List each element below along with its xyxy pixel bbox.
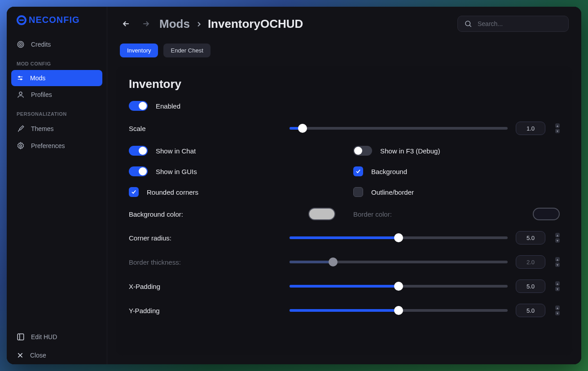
background-label: Background [371, 168, 407, 175]
sidebar-item-preferences[interactable]: Preferences [7, 137, 107, 154]
app-logo: NECONFIG [7, 15, 107, 36]
breadcrumb: Mods InventoryOCHUD [159, 17, 303, 31]
tab-bar: Inventory Ender Chest [107, 37, 581, 61]
scale-stepper: ▲ ▼ [555, 123, 560, 133]
chevron-right-icon [195, 17, 202, 31]
close-icon [17, 352, 24, 359]
target-icon [17, 40, 25, 48]
y-padding-stepper: ▲ ▼ [555, 306, 560, 315]
show-in-f3-toggle[interactable] [353, 146, 372, 156]
y-padding-label: Y-Padding [129, 307, 281, 314]
corner-radius-stepper: ▲ ▼ [555, 233, 560, 243]
logo-text: NECONFIG [29, 15, 80, 25]
scale-step-up[interactable]: ▲ [555, 123, 560, 128]
outline-border-checkbox[interactable] [353, 187, 363, 197]
sidebar-item-close[interactable]: Close [7, 346, 107, 364]
sidebar-item-label: Preferences [31, 142, 65, 149]
nav-forward-button[interactable] [140, 17, 152, 30]
breadcrumb-root[interactable]: Mods [159, 17, 190, 31]
border-thickness-label: Border thickness: [129, 258, 281, 266]
border-thickness-slider[interactable] [290, 261, 508, 263]
x-padding-step-up[interactable]: ▲ [555, 281, 560, 286]
outline-border-label: Outline/border [371, 188, 414, 196]
corner-radius-label: Corner radius: [129, 234, 281, 242]
x-padding-stepper: ▲ ▼ [555, 281, 560, 291]
sidebar-item-label: Close [30, 352, 46, 359]
border-thickness-step-down[interactable]: ▼ [555, 262, 560, 267]
x-padding-label: X-Padding [129, 283, 281, 290]
sidebar-bottom: Edit HUD Close [7, 327, 107, 364]
sidebar-item-themes[interactable]: Themes [7, 120, 107, 137]
y-padding-step-up[interactable]: ▲ [555, 306, 560, 310]
sidebar-item-profiles[interactable]: Profiles [7, 86, 107, 103]
sidebar-item-label: Profiles [31, 91, 52, 98]
border-thickness-step-up[interactable]: ▲ [555, 257, 560, 262]
scale-value[interactable]: 1.0 [516, 122, 545, 135]
sidebar-section-mod-config: MOD CONFIG [7, 53, 107, 70]
sidebar: NECONFIG Credits MOD CONFIG Mods Profile… [7, 7, 107, 364]
search-icon [464, 20, 472, 28]
app-window: NECONFIG Credits MOD CONFIG Mods Profile… [7, 7, 581, 364]
sidebar-item-label: Credits [31, 41, 51, 48]
settings-panel: Inventory Enabled Scale 1.0 ▲ ▼ [116, 66, 572, 355]
y-padding-value[interactable]: 5.0 [516, 304, 545, 317]
rounded-corners-checkbox[interactable] [129, 187, 139, 197]
tab-inventory[interactable]: Inventory [120, 44, 158, 57]
y-padding-slider[interactable] [290, 309, 508, 312]
scale-step-down[interactable]: ▼ [555, 129, 560, 133]
svg-point-6 [21, 79, 22, 80]
corner-radius-step-down[interactable]: ▼ [555, 238, 560, 243]
enabled-label: Enabled [156, 102, 180, 110]
search-input[interactable] [478, 20, 562, 27]
gear-icon [17, 142, 25, 150]
sidebar-item-label: Mods [30, 74, 45, 82]
sidebar-item-credits[interactable]: Credits [7, 36, 107, 53]
scale-slider[interactable] [290, 127, 508, 130]
header: Mods InventoryOCHUD [107, 7, 581, 37]
rounded-corners-label: Rounded corners [147, 188, 198, 196]
y-padding-step-down[interactable]: ▼ [555, 311, 560, 315]
sidebar-section-personalization: PERSONALIZATION [7, 103, 107, 120]
show-in-f3-label: Show in F3 (Debug) [380, 147, 440, 155]
show-in-chat-label: Show in Chat [156, 147, 196, 155]
tab-ender-chest[interactable]: Ender Chest [163, 44, 210, 57]
bg-color-label: Background color: [129, 210, 183, 218]
show-in-guis-label: Show in GUIs [156, 168, 197, 175]
main-area: Mods InventoryOCHUD Inventory Ender Ches… [107, 7, 581, 364]
corner-radius-value[interactable]: 5.0 [516, 231, 545, 244]
logo-icon [17, 15, 26, 25]
sidebar-item-mods[interactable]: Mods [11, 70, 102, 86]
svg-point-2 [20, 44, 21, 45]
border-color-swatch[interactable] [533, 208, 560, 220]
bg-color-swatch[interactable] [308, 208, 335, 220]
show-in-guis-toggle[interactable] [129, 166, 148, 176]
x-padding-slider[interactable] [290, 285, 508, 288]
brush-icon [17, 125, 25, 133]
panel-title: Inventory [129, 77, 560, 91]
sidebar-item-label: Themes [31, 125, 54, 132]
sidebar-item-edit-hud[interactable]: Edit HUD [7, 327, 107, 346]
corner-radius-slider[interactable] [290, 236, 508, 239]
svg-point-7 [19, 92, 22, 95]
breadcrumb-leaf: InventoryOCHUD [208, 17, 303, 31]
nav-back-button[interactable] [120, 17, 132, 30]
user-icon [17, 91, 25, 99]
svg-rect-9 [18, 334, 24, 340]
x-padding-step-down[interactable]: ▼ [555, 287, 560, 291]
layout-icon [17, 333, 25, 341]
svg-point-13 [465, 21, 470, 26]
svg-point-5 [19, 76, 20, 78]
scale-label: Scale [129, 125, 281, 132]
search-box[interactable] [457, 16, 569, 32]
sidebar-item-label: Edit HUD [31, 333, 57, 340]
svg-point-8 [20, 145, 22, 147]
border-thickness-stepper: ▲ ▼ [555, 257, 560, 267]
svg-line-14 [470, 25, 471, 27]
border-thickness-value[interactable]: 2.0 [516, 255, 545, 269]
show-in-chat-toggle[interactable] [129, 146, 148, 156]
x-padding-value[interactable]: 5.0 [516, 279, 545, 293]
background-checkbox[interactable] [353, 166, 363, 176]
corner-radius-step-up[interactable]: ▲ [555, 233, 560, 237]
enabled-toggle[interactable] [129, 101, 148, 111]
sliders-icon [17, 74, 24, 82]
